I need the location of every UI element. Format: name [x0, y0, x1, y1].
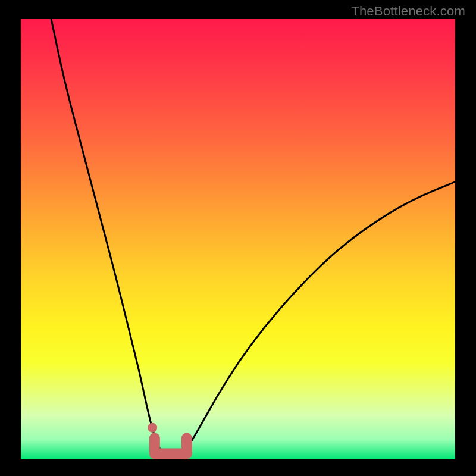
bottleneck-chart	[0, 0, 476, 476]
plot-background	[21, 19, 455, 459]
watermark-text: TheBottleneck.com	[351, 4, 465, 19]
chart-frame: TheBottleneck.com	[0, 0, 476, 476]
trough-dot	[148, 423, 157, 433]
